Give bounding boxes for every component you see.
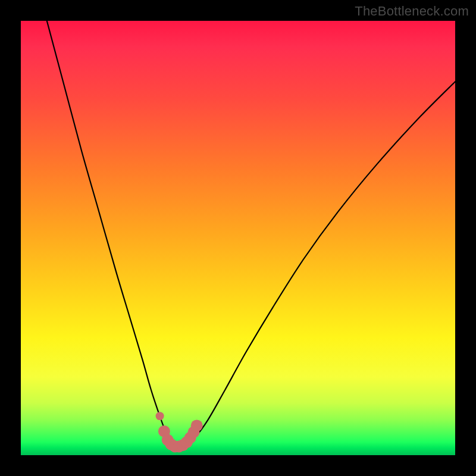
highlight-dot	[191, 419, 203, 431]
plot-area	[21, 21, 455, 455]
chart-svg	[21, 21, 455, 455]
bottleneck-curve-path	[47, 21, 455, 446]
highlight-dot	[156, 412, 164, 420]
watermark-text: TheBottleneck.com	[355, 4, 469, 19]
highlight-dots-group	[156, 412, 203, 452]
outer-frame: TheBottleneck.com	[0, 0, 476, 476]
